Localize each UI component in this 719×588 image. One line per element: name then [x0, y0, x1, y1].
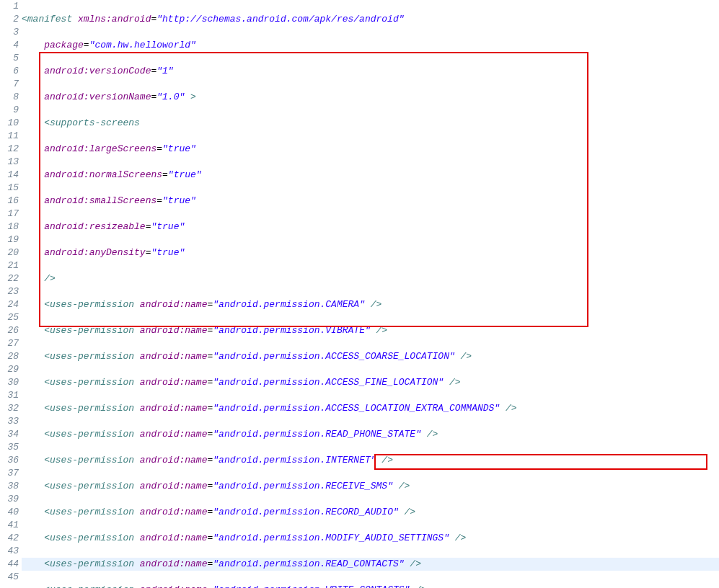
line-number: 37: [0, 467, 19, 480]
line-number: 28: [0, 350, 19, 363]
line-number-gutter: 1 2 3 4 5 6 7 8 9 10 11 12 13 14 15 16 1…: [0, 0, 22, 588]
line-number: 22: [0, 272, 19, 285]
line-number: 30: [0, 376, 19, 389]
line-number: 17: [0, 208, 19, 220]
code-line: <uses-permission android:name="android.p…: [22, 480, 719, 493]
code-line: <uses-permission android:name="android.p…: [22, 584, 719, 588]
line-number: 14: [0, 169, 19, 182]
line-number: 23: [0, 285, 19, 298]
code-line: <uses-permission android:name="android.p…: [22, 402, 719, 415]
code-line-current: <uses-permission android:name="android.p…: [22, 558, 719, 571]
code-line: <uses-permission android:name="android.p…: [22, 428, 719, 441]
code-line: <uses-permission android:name="android.p…: [22, 454, 719, 467]
line-number: 11: [0, 130, 19, 143]
line-number: 35: [0, 441, 19, 454]
line-number: 29: [0, 363, 19, 376]
line-number: 45: [0, 571, 19, 584]
line-number: 36: [0, 454, 19, 467]
code-line: <uses-permission android:name="android.p…: [22, 324, 719, 337]
line-number: 40: [0, 506, 19, 519]
line-number: 24: [0, 298, 19, 311]
line-number: 34: [0, 428, 19, 441]
line-number: 2: [0, 13, 19, 26]
line-number: 4: [0, 39, 19, 52]
line-number: 39: [0, 493, 19, 506]
line-number: 6: [0, 65, 19, 78]
code-line: android:smallScreens="true": [22, 195, 719, 208]
line-number: 26: [0, 324, 19, 337]
code-line: <uses-permission android:name="android.p…: [22, 298, 719, 311]
line-number: 12: [0, 143, 19, 156]
line-number: 18: [0, 220, 19, 233]
line-number: 42: [0, 532, 19, 545]
line-number: 9: [0, 104, 19, 117]
code-line: android:normalScreens="true": [22, 169, 719, 182]
code-line: />: [22, 272, 719, 285]
line-number: 21: [0, 259, 19, 272]
line-number: 19: [0, 233, 19, 246]
line-number: 16: [0, 195, 19, 208]
code-line: <manifest xmlns:android="http://schemas.…: [22, 13, 719, 26]
code-line: <supports-screens: [22, 117, 719, 130]
code-line: android:versionName="1.0" >: [22, 91, 719, 104]
code-editor: 1 2 3 4 5 6 7 8 9 10 11 12 13 14 15 16 1…: [0, 0, 719, 588]
line-number: 7: [0, 78, 19, 91]
line-number: 1: [0, 0, 19, 13]
line-number: 10: [0, 117, 19, 130]
line-number: 8: [0, 91, 19, 104]
line-number: 41: [0, 519, 19, 532]
line-number: 25: [0, 311, 19, 324]
code-line: <uses-permission android:name="android.p…: [22, 506, 719, 519]
line-number: 20: [0, 246, 19, 259]
line-number: 31: [0, 389, 19, 402]
code-line: android:versionCode="1": [22, 65, 719, 78]
line-number: 13: [0, 156, 19, 169]
line-number: 32: [0, 402, 19, 415]
line-number: 3: [0, 26, 19, 39]
code-line: <uses-permission android:name="android.p…: [22, 532, 719, 545]
code-line: android:resizeable="true": [22, 220, 719, 233]
code-area[interactable]: <manifest xmlns:android="http://schemas.…: [22, 0, 719, 588]
line-number: 43: [0, 545, 19, 558]
line-number: 38: [0, 480, 19, 493]
line-number: 33: [0, 415, 19, 428]
code-line: android:anyDensity="true": [22, 246, 719, 259]
code-line: package="com.hw.helloworld": [22, 39, 719, 52]
line-number: 15: [0, 182, 19, 195]
code-line: <uses-permission android:name="android.p…: [22, 376, 719, 389]
line-number: 27: [0, 337, 19, 350]
line-number: 5: [0, 52, 19, 65]
line-number: 44: [0, 558, 19, 571]
code-line: <uses-permission android:name="android.p…: [22, 350, 719, 363]
code-line: android:largeScreens="true": [22, 143, 719, 156]
